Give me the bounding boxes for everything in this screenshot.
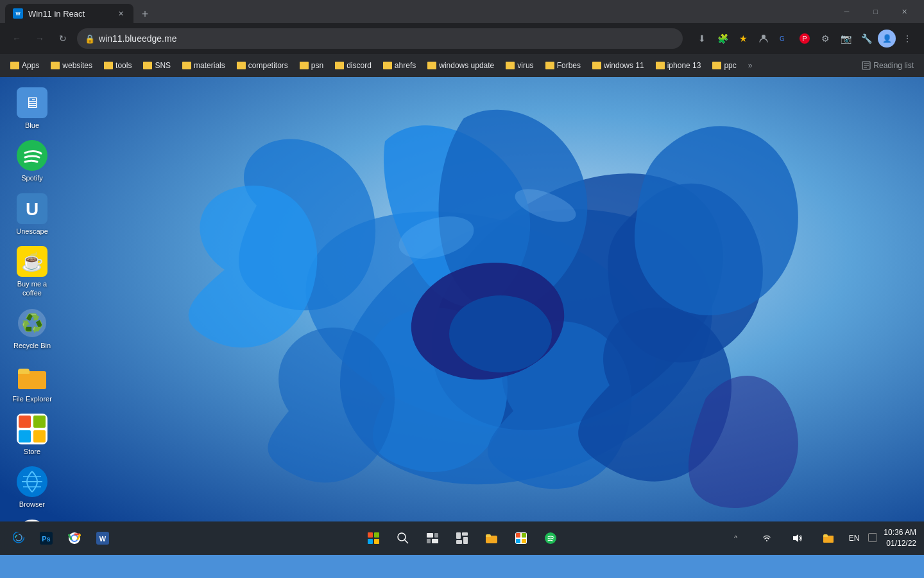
taskbar: Ps W [0, 521, 924, 555]
desktop-icon-spotify[interactable]: Spotify [6, 136, 58, 186]
new-tab-button[interactable]: + [136, 5, 154, 23]
svg-text:W: W [99, 535, 107, 543]
taskbar-files-button[interactable] [479, 525, 504, 551]
bookmark-folder-icon [506, 62, 515, 69]
close-button[interactable]: ✕ [890, 0, 919, 23]
favorites-icon[interactable]: ★ [734, 30, 752, 48]
taskbar-fileexplorer-icon[interactable] [816, 525, 841, 551]
volume-icon[interactable] [785, 525, 810, 551]
bookmark-tools[interactable]: tools [99, 58, 137, 73]
buy-coffee-icon-image: ☕ [17, 246, 47, 277]
desktop-icon-browser[interactable]: Browser [6, 462, 58, 512]
desktop-icon-file-explorer[interactable]: File Explorer [6, 357, 58, 407]
toolbar-icons: ⬇ 🧩 ★ G P ⚙ 📷 🔧 👤 ⋮ [693, 30, 916, 48]
bookmark-forbes[interactable]: Forbes [540, 58, 586, 73]
desktop-icon-github[interactable]: Github [6, 516, 58, 521]
reading-list-button[interactable]: Reading list [857, 58, 919, 73]
extensions-icon[interactable]: 🧩 [714, 30, 732, 48]
bookmark-windows-update[interactable]: windows update [422, 58, 499, 73]
language-indicator[interactable]: EN [846, 534, 862, 543]
desktop-icon-unescape[interactable]: UUnescape [6, 189, 58, 240]
desktop-icon-buy-coffee[interactable]: ☕Buy me a coffee [6, 242, 58, 302]
start-button[interactable] [361, 525, 386, 551]
tab-favicon: W [13, 8, 23, 19]
bookmark-label: Forbes [557, 61, 581, 70]
blue-icon-image: 🖥 [17, 87, 47, 118]
tab-close-button[interactable]: ✕ [116, 8, 126, 19]
desktop-icon-store[interactable]: Store [6, 410, 58, 460]
bookmarks-more-button[interactable]: » [743, 58, 758, 73]
taskbar-chrome-button[interactable] [62, 525, 87, 551]
browser-icon-label: Browser [19, 500, 45, 509]
taskview-button[interactable] [420, 525, 445, 551]
bookmark-ahrefs[interactable]: ahrefs [378, 58, 421, 73]
show-desktop-button[interactable] [867, 533, 878, 543]
svg-text:Ps: Ps [42, 535, 50, 543]
bookmark-discord[interactable]: discord [330, 58, 377, 73]
menu-button[interactable]: ⋮ [898, 30, 916, 48]
desktop-icon-blue[interactable]: 🖥Blue [6, 83, 58, 134]
svg-rect-62 [522, 533, 526, 538]
svg-rect-55 [456, 532, 461, 539]
bookmark-label: Apps [22, 61, 39, 70]
taskbar-spotify-button[interactable] [538, 525, 563, 551]
bookmark-folder-icon [712, 62, 721, 69]
profile-translate-icon[interactable] [755, 30, 773, 48]
wifi-icon[interactable] [754, 525, 780, 551]
svg-marker-66 [793, 534, 798, 542]
bookmark-sns[interactable]: SNS [138, 58, 176, 73]
bookmark-psn[interactable]: psn [295, 58, 329, 73]
svg-rect-45 [368, 532, 373, 538]
save-to-page-icon[interactable]: ⬇ [693, 30, 711, 48]
taskbar-word-button[interactable]: W [90, 525, 116, 551]
widgets-button[interactable] [449, 525, 475, 551]
bookmark-competitors[interactable]: competitors [232, 58, 293, 73]
back-button[interactable]: ← [8, 30, 26, 48]
bookmark-label: psn [311, 61, 323, 70]
svg-rect-56 [462, 532, 468, 536]
browser-chrome: W Win11 in React ✕ + ─ □ ✕ ← → ↻ 🔒 win11… [0, 0, 924, 77]
desktop-icon-recycle-bin[interactable]: ♻️Recycle Bin [6, 304, 58, 354]
minimize-button[interactable]: ─ [832, 0, 861, 23]
bookmark-iphone-13[interactable]: iphone 13 [651, 58, 706, 73]
svg-point-15 [449, 295, 552, 372]
active-tab[interactable]: W Win11 in React ✕ [5, 4, 133, 23]
profile-button[interactable]: 👤 [878, 30, 896, 48]
translate-icon[interactable]: G [775, 30, 793, 48]
bookmark-folder-icon [383, 62, 392, 69]
extensions2-icon[interactable]: 🔧 [857, 30, 875, 48]
bookmark-label: ppc [724, 61, 736, 70]
taskbar-edge-button[interactable] [8, 527, 31, 550]
forward-button[interactable]: → [31, 30, 49, 48]
search-button[interactable] [390, 525, 416, 551]
reload-button[interactable]: ↻ [54, 30, 72, 48]
bookmark-apps[interactable]: Apps [5, 58, 44, 73]
svg-rect-58 [463, 537, 468, 544]
svg-rect-61 [516, 533, 520, 538]
url-bar[interactable]: 🔒 win11.blueedge.me [77, 28, 683, 49]
bookmark-folder-icon [182, 62, 191, 69]
bookmark-virus[interactable]: virus [501, 58, 538, 73]
bookmark-folder-icon [300, 62, 309, 69]
bookmark-windows-11[interactable]: windows 11 [587, 58, 649, 73]
screenshot-icon[interactable]: 📷 [837, 30, 855, 48]
bookmark-websites[interactable]: websites [46, 58, 98, 73]
bookmark-folder-icon [143, 62, 152, 69]
file-explorer-icon-image [17, 361, 47, 392]
svg-rect-51 [427, 533, 433, 538]
settings-icon[interactable]: ⚙ [816, 30, 834, 48]
pinterest-icon[interactable]: P [796, 30, 814, 48]
bookmark-label: windows 11 [604, 61, 644, 70]
system-clock[interactable]: 10:36 AM 01/12/22 [884, 527, 916, 549]
bookmark-label: competitors [248, 61, 288, 70]
show-hidden-icons-button[interactable]: ^ [723, 525, 749, 551]
bookmark-ppc[interactable]: ppc [707, 58, 741, 73]
bookmark-folder-icon [335, 62, 344, 69]
taskbar-photoshop-button[interactable]: Ps [33, 525, 59, 551]
clock-time: 10:36 AM [884, 527, 916, 538]
bookmark-materials[interactable]: materials [177, 58, 230, 73]
maximize-button[interactable]: □ [861, 0, 890, 23]
recycle-bin-icon-label: Recycle Bin [13, 341, 51, 350]
spotify-icon-label: Spotify [21, 173, 43, 182]
taskbar-store-button[interactable] [508, 525, 534, 551]
